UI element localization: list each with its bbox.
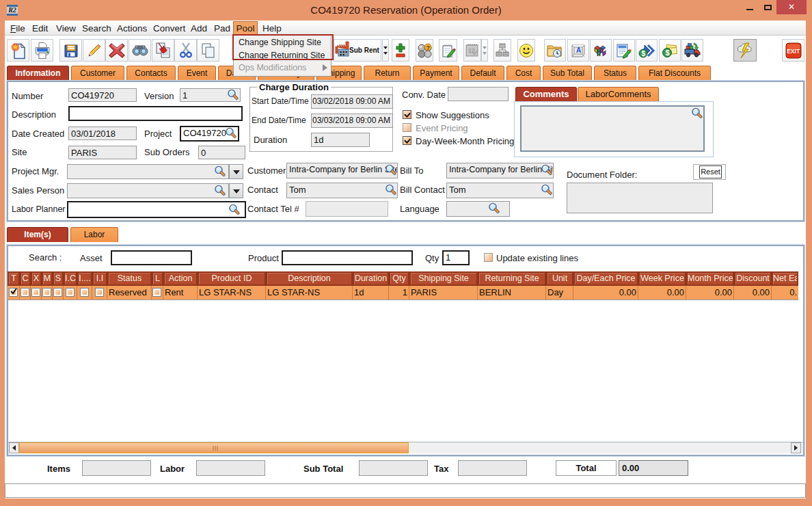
svg-text:?: ? xyxy=(427,44,431,51)
svg-text:EXIT: EXIT xyxy=(787,48,800,55)
svg-text:A: A xyxy=(576,46,581,54)
svg-text:$: $ xyxy=(642,49,646,57)
svg-text:12: 12 xyxy=(468,47,475,54)
svg-text:$: $ xyxy=(666,49,670,57)
svg-text:Sub Rent: Sub Rent xyxy=(349,46,379,54)
